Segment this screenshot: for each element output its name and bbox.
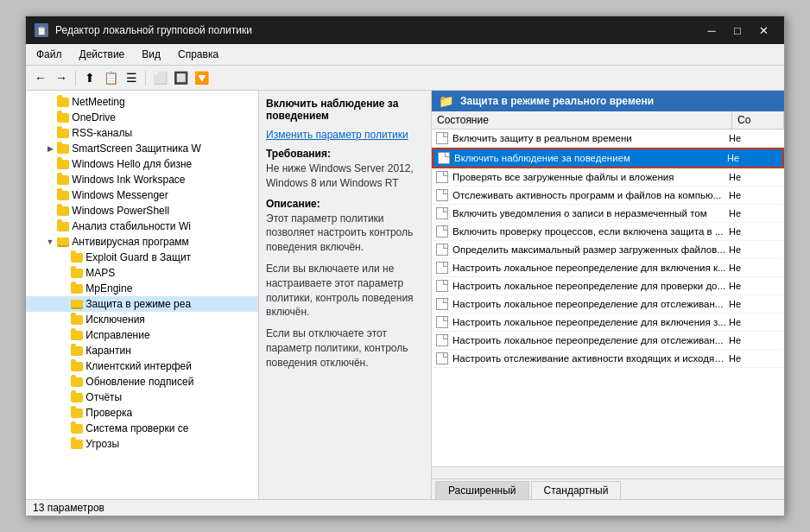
- policy-row[interactable]: Определить максимальный размер загруженн…: [432, 241, 784, 259]
- tree-item-powershell[interactable]: Windows PowerShell: [26, 203, 258, 218]
- tree-item-label: Исправление: [85, 329, 149, 341]
- tree-item-hello[interactable]: Windows Hello для бизне: [26, 156, 258, 172]
- expand-icon: [57, 421, 71, 435]
- up-button[interactable]: ⬆: [80, 68, 99, 87]
- menu-file[interactable]: Файл: [29, 46, 69, 63]
- policy-state: Не: [729, 299, 781, 309]
- requirements-label: Требования:: [266, 148, 424, 160]
- close-button[interactable]: ✕: [751, 22, 775, 39]
- tree-item-onedrive[interactable]: OneDrive: [26, 110, 258, 125]
- policy-row[interactable]: Включить проверку процессов, если включе…: [432, 223, 784, 241]
- menu-help[interactable]: Справка: [171, 46, 225, 63]
- tree-item-ink[interactable]: Windows Ink Workspace: [26, 172, 258, 187]
- main-content: NetMeeting OneDrive RSS-каналы ▶ SmartSc…: [26, 91, 784, 499]
- tree-item-maps[interactable]: MAPS: [26, 265, 258, 281]
- expand-icon: [57, 328, 71, 342]
- tab-standard[interactable]: Стандартный: [531, 481, 622, 499]
- tree-item-signature-updates[interactable]: Обновление подписей: [26, 374, 258, 390]
- policy-state: Не: [729, 133, 781, 143]
- policy-state: Не: [729, 317, 781, 327]
- tree-item-network-protection[interactable]: Система проверки се: [26, 421, 258, 436]
- column-header-co[interactable]: Co: [732, 111, 784, 129]
- main-window: 📋 Редактор локальной групповой политики …: [25, 16, 785, 516]
- policy-name: Настроить локальное переопределение для …: [452, 317, 729, 327]
- expand-icon: ▼: [43, 235, 57, 249]
- forward-button[interactable]: →: [52, 68, 71, 87]
- policy-doc-icon: [435, 243, 449, 256]
- filter-button[interactable]: 🔽: [192, 68, 211, 87]
- policy-row[interactable]: Настроить отслеживание активности входящ…: [432, 350, 784, 368]
- title-bar-left: 📋 Редактор локальной групповой политики: [35, 23, 252, 37]
- expand-icon: [57, 390, 71, 404]
- policy-row[interactable]: Включить защиту в реальном времени Не: [432, 130, 784, 148]
- app-icon: 📋: [35, 23, 48, 37]
- show-list-button[interactable]: ☰: [122, 68, 141, 87]
- expand-icon: [57, 313, 71, 326]
- tree-item-mpengine[interactable]: MpEngine: [26, 281, 258, 296]
- tree-item-netmeeting[interactable]: NetMeeting: [26, 94, 258, 110]
- policy-doc-icon: [435, 131, 449, 145]
- policy-state: Не: [729, 353, 781, 364]
- show-action-button[interactable]: 📋: [101, 68, 120, 87]
- tree-item-realtime-protection[interactable]: Защита в режиме реа: [26, 296, 258, 312]
- title-bar: 📋 Редактор локальной групповой политики …: [26, 16, 784, 44]
- tree-item-label: SmartScreen Защитника W: [72, 142, 201, 155]
- tree-item-smartscreen[interactable]: ▶ SmartScreen Защитника W: [26, 141, 258, 156]
- change-policy-link[interactable]: Изменить параметр политики: [266, 129, 424, 141]
- view-1-button[interactable]: ⬜: [150, 68, 169, 87]
- tree-item-exploit-guard[interactable]: Exploit Guard в Защит: [26, 250, 258, 265]
- tree-item-antivirus[interactable]: ▼ Антивирусная программ: [26, 234, 258, 250]
- tree-item-rss[interactable]: RSS-каналы: [26, 125, 258, 141]
- tree-item-reports[interactable]: Отчёты: [26, 390, 258, 405]
- view-2-button[interactable]: 🔲: [171, 68, 190, 87]
- maximize-button[interactable]: □: [725, 22, 750, 39]
- folder-icon: [57, 98, 69, 107]
- tree-item-label: OneDrive: [72, 111, 116, 124]
- policy-row[interactable]: Включить уведомления о записи в неразмеч…: [432, 205, 784, 223]
- tree-item-label: Windows Hello для бизне: [72, 158, 192, 170]
- folder-icon: [71, 424, 83, 434]
- expand-icon: [57, 359, 71, 373]
- policy-name: Включить наблюдение за поведением: [454, 153, 727, 163]
- tree-item-remediation[interactable]: Исправление: [26, 327, 258, 343]
- tree-item-label: Антивирусная программ: [72, 236, 189, 248]
- tree-item-label: Система проверки се: [85, 422, 188, 434]
- policy-row[interactable]: Отслеживать активность программ и файлов…: [432, 187, 784, 205]
- tree-item-exclusions[interactable]: Исключения: [26, 312, 258, 327]
- back-button[interactable]: ←: [31, 68, 50, 87]
- tree-item-label: RSS-каналы: [72, 127, 132, 139]
- policy-state: Не: [729, 208, 781, 218]
- policy-row[interactable]: Настроить локальное переопределение для …: [432, 314, 784, 332]
- menu-view[interactable]: Вид: [135, 46, 168, 63]
- tree-item-stability[interactable]: Анализ стабильности Wi: [26, 218, 258, 234]
- column-header-state[interactable]: Состояние: [432, 111, 732, 129]
- expand-icon: [43, 188, 57, 202]
- tree-item-client-interface[interactable]: Клиентский интерфей: [26, 358, 258, 374]
- toolbar-separator-2: [145, 70, 146, 86]
- tree-item-quarantine[interactable]: Карантин: [26, 343, 258, 358]
- policy-row[interactable]: Настроить локальное переопределение для …: [432, 295, 784, 314]
- description-text-1: Этот параметр политики позволяет настрои…: [266, 212, 424, 255]
- policy-name: Настроить отслеживание активности входящ…: [452, 353, 729, 364]
- tab-extended[interactable]: Расширенный: [435, 481, 529, 499]
- policy-row[interactable]: Настроить локальное переопределение для …: [432, 259, 784, 277]
- horizontal-scrollbar[interactable]: [432, 466, 784, 478]
- tree-item-messenger[interactable]: Windows Messenger: [26, 187, 258, 203]
- tree-item-label: Exploit Guard в Защит: [85, 251, 191, 263]
- tree-item-scan[interactable]: Проверка: [26, 405, 258, 421]
- tree-item-label: Анализ стабильности Wi: [72, 220, 191, 232]
- expand-icon: [57, 375, 71, 389]
- expand-icon: [57, 266, 71, 280]
- policy-state: Не: [729, 172, 781, 182]
- tree-item-threats[interactable]: Угрозы: [26, 436, 258, 452]
- policy-row-selected[interactable]: Включить наблюдение за поведением Не: [432, 148, 784, 168]
- policy-row[interactable]: Настроить локальное переопределение для …: [432, 332, 784, 350]
- description-title: Включить наблюдение за поведением: [266, 98, 424, 122]
- tree-item-label: NetMeeting: [72, 96, 124, 108]
- folder-icon: [71, 253, 83, 263]
- policy-row[interactable]: Проверять все загруженные файлы и вложен…: [432, 168, 784, 187]
- menu-action[interactable]: Действие: [73, 46, 132, 63]
- policy-row[interactable]: Настроить локальное переопределение для …: [432, 277, 784, 295]
- description-text-2: Если вы включаете или не настраиваете эт…: [266, 262, 424, 320]
- minimize-button[interactable]: ─: [699, 22, 724, 39]
